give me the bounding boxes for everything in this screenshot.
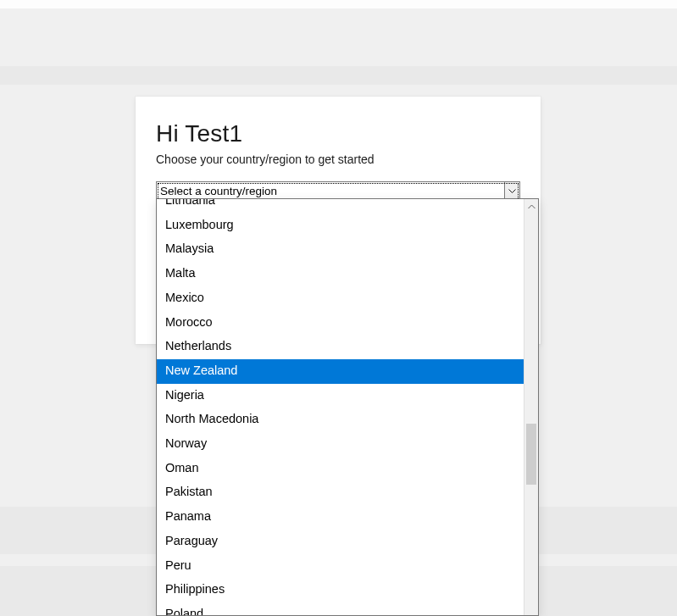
scroll-track[interactable]: [524, 214, 538, 613]
dropdown-option[interactable]: Malaysia: [157, 237, 524, 262]
dropdown-option[interactable]: Netherlands: [157, 335, 524, 359]
dropdown-option[interactable]: Poland: [157, 602, 524, 616]
dropdown-option[interactable]: Philippines: [157, 578, 524, 602]
dropdown-option[interactable]: North Macedonia: [157, 408, 524, 432]
dropdown-option[interactable]: Oman: [157, 457, 524, 481]
dropdown-option[interactable]: Pakistan: [157, 480, 524, 505]
dropdown-option[interactable]: Norway: [157, 432, 524, 457]
dropdown-option[interactable]: Nigeria: [157, 384, 524, 408]
page-title: Hi Test1: [156, 120, 520, 147]
scroll-up-button[interactable]: [524, 199, 538, 214]
dropdown-option[interactable]: Luxembourg: [157, 214, 524, 238]
dropdown-option[interactable]: Mexico: [157, 286, 524, 311]
scroll-thumb[interactable]: [526, 424, 536, 485]
dropdown-option[interactable]: Lithuania: [157, 199, 524, 214]
window-top-strip: [0, 0, 677, 8]
dropdown-option[interactable]: Peru: [157, 554, 524, 579]
dropdown-option[interactable]: Malta: [157, 262, 524, 286]
dropdown-option[interactable]: Panama: [157, 505, 524, 530]
country-region-dropdown[interactable]: LithuaniaLuxembourgMalaysiaMaltaMexicoMo…: [156, 198, 539, 616]
scroll-down-button[interactable]: [524, 613, 538, 616]
dropdown-option[interactable]: New Zealand: [157, 359, 524, 384]
dropdown-option[interactable]: Morocco: [157, 311, 524, 336]
background-band: [0, 66, 677, 85]
scrollbar[interactable]: [524, 199, 538, 616]
page-subtitle: Choose your country/region to get starte…: [156, 153, 520, 166]
dropdown-list[interactable]: LithuaniaLuxembourgMalaysiaMaltaMexicoMo…: [157, 199, 524, 616]
dropdown-option[interactable]: Paraguay: [157, 530, 524, 554]
